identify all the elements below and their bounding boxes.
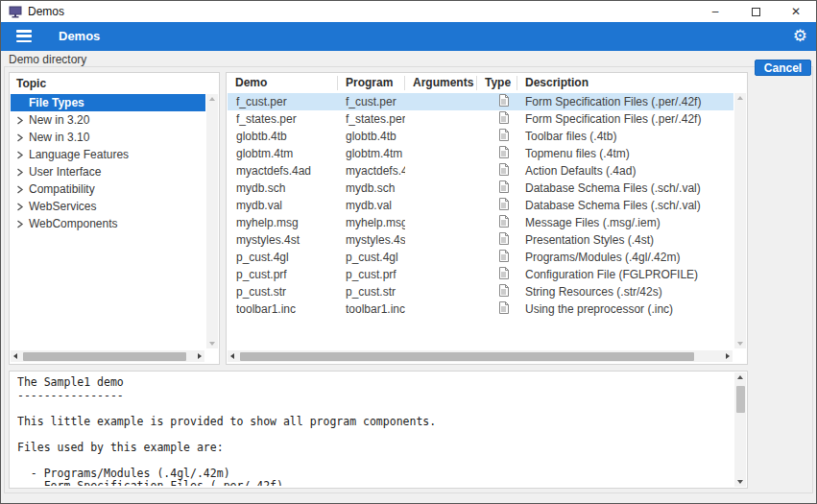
column-header-type[interactable]: Type (476, 76, 517, 90)
table-row[interactable]: toolbar1.inc toolbar1.inc Using the prep… (228, 300, 733, 318)
table-row[interactable]: mydb.val mydb.val Database Schema Files … (228, 197, 733, 214)
document-icon (498, 146, 509, 161)
table-row[interactable]: globtm.4tm globtm.4tm Topmenu files (.4t… (228, 145, 733, 162)
tree-item-new-in-320[interactable]: New in 3.20 (11, 111, 205, 129)
readme-preview-panel[interactable]: The Sample1 demo ---------------- This l… (9, 371, 748, 489)
scroll-down-arrow-icon[interactable] (209, 342, 215, 346)
title-bar: Demos – ✕ (1, 1, 816, 22)
tree-item-user-interface[interactable]: User Interface (11, 163, 205, 180)
document-icon (498, 267, 509, 282)
column-header-demo[interactable]: Demo (227, 76, 337, 90)
tree-item-new-in-310[interactable]: New in 3.10 (11, 129, 205, 146)
cancel-button[interactable]: Cancel (755, 60, 811, 76)
document-icon (498, 111, 509, 127)
app-window: Demos – ✕ Demos ⚙ Demo directory Cancel … (0, 0, 817, 504)
maximize-button[interactable] (735, 1, 776, 22)
scroll-down-arrow-icon[interactable] (737, 480, 743, 484)
scroll-right-arrow-icon[interactable] (198, 353, 202, 359)
tree-item-webservices[interactable]: WebServices (11, 198, 205, 215)
monitor-icon (9, 6, 22, 18)
table-row[interactable]: p_cust.prf p_cust.prf Configuration File… (228, 266, 733, 283)
demo-table-panel: Demo Program Arguments Type Description … (226, 72, 748, 365)
chevron-right-icon[interactable] (16, 151, 29, 159)
tree-item-file-types[interactable]: File Types (11, 94, 205, 111)
table-row[interactable]: p_cust.4gl p_cust.4gl Programs/Modules (… (228, 249, 733, 266)
table-row[interactable]: mystyles.4st mystyles.4st Presentation S… (228, 231, 733, 249)
tree-item-language-features[interactable]: Language Features (11, 146, 205, 163)
scroll-up-arrow-icon[interactable] (737, 375, 743, 379)
topic-column-header: Topic (10, 73, 219, 93)
preview-vertical-scrollbar[interactable] (734, 372, 746, 487)
close-button[interactable]: ✕ (776, 1, 816, 22)
chevron-right-icon[interactable] (16, 185, 29, 194)
table-body: f_cust.per f_cust.per Form Specification… (228, 93, 733, 318)
scroll-left-arrow-icon[interactable] (230, 353, 234, 359)
app-header: Demos ⚙ (1, 22, 816, 51)
document-icon (498, 163, 509, 179)
document-icon (498, 94, 509, 109)
document-icon (498, 215, 509, 230)
table-header-row: Demo Program Arguments Type Description (227, 73, 747, 93)
topic-list: File Types New in 3.20 New in 3.10 Langu… (11, 94, 205, 232)
column-header-arguments[interactable]: Arguments (404, 76, 476, 90)
gear-icon[interactable]: ⚙ (793, 26, 807, 47)
document-icon (498, 232, 509, 248)
scroll-up-arrow-icon[interactable] (737, 96, 743, 100)
table-row[interactable]: myactdefs.4ad myactdefs.4ad Action Defau… (228, 162, 733, 180)
document-icon (498, 198, 509, 213)
window-controls: – ✕ (695, 1, 816, 22)
tree-vertical-scrollbar[interactable] (206, 94, 218, 348)
minimize-button[interactable]: – (695, 1, 735, 22)
table-row[interactable]: mydb.sch mydb.sch Database Schema Files … (228, 180, 733, 197)
scrollbar-thumb[interactable] (23, 352, 186, 361)
scroll-right-arrow-icon[interactable] (726, 353, 730, 359)
tree-item-webcomponents[interactable]: WebComponents (11, 215, 205, 232)
chevron-right-icon[interactable] (16, 116, 29, 125)
scroll-up-arrow-icon[interactable] (209, 97, 215, 101)
group-label: Demo directory (9, 53, 86, 66)
table-row[interactable]: myhelp.msg myhelp.msg Message Files (.ms… (228, 214, 733, 231)
chevron-right-icon[interactable] (16, 133, 29, 142)
document-icon (498, 250, 509, 265)
tree-item-compatibility[interactable]: Compatibility (11, 180, 205, 198)
window-title: Demos (28, 5, 64, 18)
table-vertical-scrollbar[interactable] (734, 93, 746, 348)
table-row[interactable]: globtb.4tb globtb.4tb Toolbar files (.4t… (228, 128, 733, 145)
column-header-description[interactable]: Description (517, 76, 747, 90)
document-icon (498, 284, 509, 300)
document-icon (498, 180, 509, 196)
topic-tree-panel: Topic File Types New in 3.20 New in 3.10… (9, 72, 220, 365)
chevron-right-icon[interactable] (16, 220, 29, 228)
scroll-left-arrow-icon[interactable] (13, 353, 17, 359)
table-horizontal-scrollbar[interactable] (228, 350, 733, 362)
tree-horizontal-scrollbar[interactable] (11, 350, 204, 362)
hamburger-icon[interactable] (16, 30, 32, 42)
table-row[interactable]: f_cust.per f_cust.per Form Specification… (228, 93, 733, 110)
chevron-right-icon[interactable] (16, 203, 29, 211)
table-row[interactable]: f_states.per f_states.per Form Specifica… (228, 110, 733, 128)
document-icon (498, 129, 509, 144)
scrollbar-thumb[interactable] (240, 352, 694, 361)
scroll-down-arrow-icon[interactable] (737, 342, 743, 346)
chevron-right-icon[interactable] (16, 168, 29, 177)
readme-text: The Sample1 demo ---------------- This l… (17, 376, 732, 486)
column-header-program[interactable]: Program (337, 76, 404, 90)
app-header-title: Demos (59, 29, 100, 43)
scrollbar-thumb[interactable] (736, 386, 745, 413)
table-row[interactable]: p_cust.str p_cust.str String Resources (… (228, 283, 733, 300)
document-icon (498, 301, 509, 317)
